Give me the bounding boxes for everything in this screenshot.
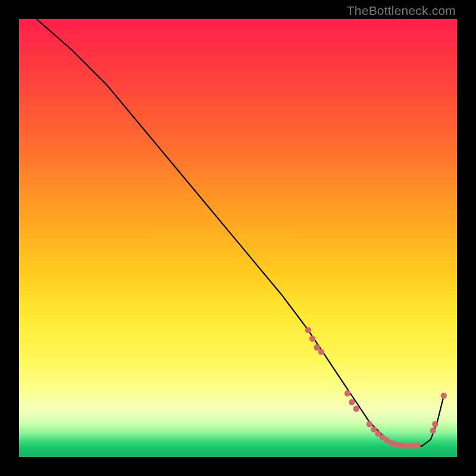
- chart-frame: TheBottleneck.com: [0, 0, 476, 476]
- plot-area: [19, 19, 457, 457]
- curve-svg: [19, 19, 457, 457]
- bottleneck-curve: [36, 19, 444, 446]
- data-marker: [349, 399, 355, 405]
- data-marker: [432, 421, 438, 427]
- marker-group: [305, 327, 447, 449]
- data-marker: [430, 428, 436, 434]
- data-marker: [345, 390, 350, 396]
- data-marker: [371, 426, 377, 432]
- watermark-text: TheBottleneck.com: [347, 4, 456, 18]
- data-marker: [353, 406, 359, 412]
- data-marker: [314, 345, 320, 350]
- data-marker: [441, 393, 447, 399]
- data-marker: [367, 421, 372, 427]
- data-marker: [305, 327, 311, 333]
- data-marker: [415, 442, 421, 448]
- data-marker: [309, 336, 315, 342]
- data-marker: [318, 349, 324, 355]
